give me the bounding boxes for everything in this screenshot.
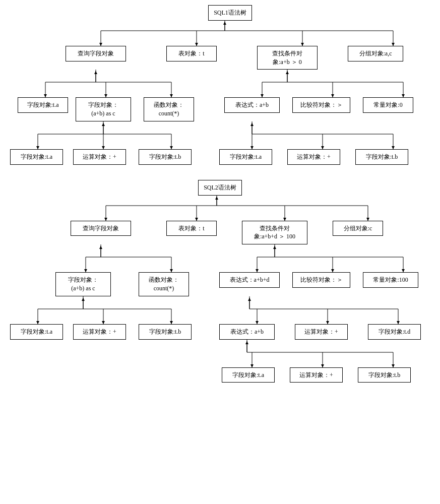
- tree1-field-ta-node: 字段对象:t.a: [18, 97, 68, 113]
- tree2-expr-abd-node: 表达式：a+b+d: [219, 272, 280, 288]
- tree2-l3-fieldta-node: 字段对象:t.a: [10, 324, 63, 340]
- tree2-conn-2-3: [5, 296, 435, 324]
- tree1-expr-ab-node: 表达式：a+b: [224, 97, 280, 113]
- sql2-tree: SQL2语法树 查询字段对象 表对象：t 查找条件对 象:a+b+d ＞ 100…: [5, 180, 435, 383]
- tree2-level0: SQL2语法树: [5, 180, 435, 196]
- tree2-l3-fieldtd-node: 字段对象:t.d: [368, 324, 421, 340]
- tree2-level1: 查询字段对象 表对象：t 查找条件对 象:a+b+d ＞ 100 分组对象:c: [5, 221, 435, 245]
- tree2-conn-0-1: [5, 196, 435, 221]
- tree2-level2: 字段对象： (a+b) as c 函数对象： count(*) 表达式：a+b+…: [5, 272, 435, 296]
- tree1-l3-fieldta-node: 字段对象:t.a: [10, 149, 63, 165]
- tree2-l4-fieldta-node: 字段对象:t.a: [222, 367, 275, 383]
- tree2-groupobj-node: 分组对象:c: [333, 221, 383, 236]
- tree2-const100-node: 常量对象:100: [363, 272, 418, 288]
- tree2-l3-exprab-node: 表达式：a+b: [219, 324, 275, 340]
- tree2-condobj-node: 查找条件对 象:a+b+d ＞ 100: [242, 221, 307, 245]
- tree2-conn-1-2: [5, 244, 435, 272]
- tree1-const0-node: 常量对象:0: [363, 97, 413, 113]
- tree1-level3: 字段对象:t.a 运算对象：+ 字段对象:t.b 字段对象:t.a 运算对象：+…: [5, 149, 435, 165]
- tree1-l3-opplus-node: 运算对象：+: [73, 149, 126, 165]
- tree1-level0: SQL1语法树: [5, 5, 435, 21]
- tree2-queryfield-node: 查询字段对象: [71, 221, 131, 236]
- tree1-l3-fieldta2-node: 字段对象:t.a: [219, 149, 272, 165]
- tree1-conn-1-2: [5, 70, 435, 97]
- tree1-l3-opplus2-node: 运算对象：+: [287, 149, 340, 165]
- sql1-tree: SQL1语法树 查询字段对象 表对象：t 查找条件对 象:a+b ＞ 0 分组对…: [5, 5, 435, 165]
- tree2-func-count-node: 函数对象： count(*): [139, 272, 189, 296]
- tree2-level4: 字段对象:t.a 运算对象：+ 字段对象:t.b: [5, 367, 435, 383]
- tree2-root-node: SQL2语法树: [198, 180, 242, 196]
- tree2-l3-opplus-node: 运算对象：+: [73, 324, 126, 340]
- tree1-l3-fieldtb-node: 字段对象:t.b: [139, 149, 192, 165]
- tree1-conn-0-1: [5, 21, 435, 46]
- tree1-field-abasc-node: 字段对象： (a+b) as c: [76, 97, 131, 121]
- tree1-func-count-node: 函数对象： count(*): [144, 97, 194, 121]
- tree2-comp-gt-node: 比较符对象：＞: [292, 272, 350, 288]
- tree1-level2: 字段对象:t.a 字段对象： (a+b) as c 函数对象： count(*)…: [5, 97, 435, 121]
- tree2-conn-3-4: [5, 340, 435, 367]
- tree2-tableobj-node: 表对象：t: [166, 221, 217, 236]
- tree1-root-node: SQL1语法树: [208, 5, 252, 21]
- tree2-level3: 字段对象:t.a 运算对象：+ 字段对象:t.b 表达式：a+b 运算对象：+ …: [5, 324, 435, 340]
- tree2-l4-opplus-node: 运算对象：+: [290, 367, 343, 383]
- tree1-comp-gt-node: 比较符对象：＞: [292, 97, 350, 113]
- tree2-l3-opplus2-node: 运算对象：+: [295, 324, 348, 340]
- tree1-conn-2-3: [5, 121, 435, 149]
- tree2-l3-fieldtb-node: 字段对象:t.b: [139, 324, 192, 340]
- tree1-level1: 查询字段对象 表对象：t 查找条件对 象:a+b ＞ 0 分组对象:a,c: [5, 46, 435, 70]
- tree2-field-abasc-node: 字段对象： (a+b) as c: [55, 272, 111, 296]
- tree1-groupobj-node: 分组对象:a,c: [348, 46, 403, 61]
- tree1-condobj-node: 查找条件对 象:a+b ＞ 0: [257, 46, 318, 70]
- tree1-tableobj-node: 表对象：t: [166, 46, 217, 61]
- tree1-queryfield-node: 查询字段对象: [66, 46, 126, 61]
- tree1-l3-fieldtb2-node: 字段对象:t.b: [355, 149, 408, 165]
- tree2-l4-fieldtb-node: 字段对象:t.b: [358, 367, 411, 383]
